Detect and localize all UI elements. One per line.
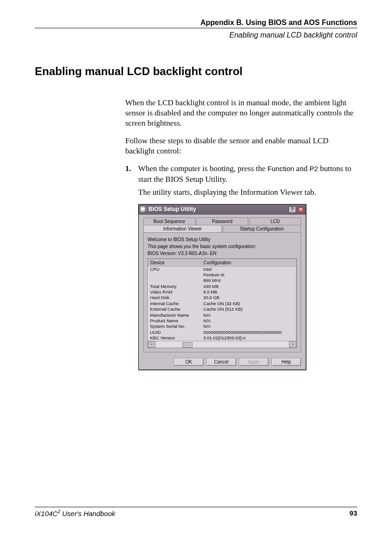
dialog-buttons: OK Cancel Apply Help bbox=[139, 355, 306, 370]
tab-startup-configuration[interactable]: Startup Configuration bbox=[223, 225, 301, 232]
scroll-left-button[interactable]: ‹ bbox=[148, 341, 155, 348]
help-button[interactable]: ? bbox=[289, 206, 296, 213]
tab-boot-sequence[interactable]: Boot Sequence bbox=[143, 217, 195, 225]
cell-config: Cache ON (512 KB) bbox=[201, 306, 296, 312]
section-title: Enabling manual LCD backlight control bbox=[35, 65, 357, 78]
step1-pre: When the computer is booting, press the bbox=[138, 164, 268, 173]
paragraph-2: Follow these steps to disable the sensor… bbox=[125, 136, 357, 156]
cell-device: External Cache bbox=[148, 306, 202, 312]
tab-pane: Welcome to BIOS Setup Utility This page … bbox=[143, 232, 301, 352]
cell-config: 3.01.01[012303-02]-n bbox=[201, 335, 296, 341]
cancel-button[interactable]: Cancel bbox=[206, 358, 236, 366]
step-number: 1. bbox=[125, 164, 138, 184]
cell-device: System Serial No. bbox=[148, 324, 202, 329]
horizontal-scrollbar[interactable]: ‹ › bbox=[148, 341, 296, 348]
cell-config: N/A bbox=[201, 313, 296, 318]
cell-device bbox=[148, 278, 202, 283]
window-title: BIOS Setup Utility bbox=[148, 206, 288, 213]
table-row: Video RAM8.0 MB bbox=[148, 289, 296, 295]
footer-book-post: User's Handbook bbox=[60, 510, 116, 517]
ok-button[interactable]: OK bbox=[174, 358, 204, 366]
table-row: 866 MHz bbox=[148, 278, 296, 283]
page-number: 93 bbox=[349, 509, 357, 517]
table-row: CPUIntel bbox=[148, 266, 296, 272]
table-row: External CacheCache ON (512 KB) bbox=[148, 306, 296, 312]
table-row: System Serial No.N/A bbox=[148, 324, 296, 329]
tab-information-viewer[interactable]: Information Viewer bbox=[143, 225, 222, 232]
cell-config: Intel bbox=[201, 266, 296, 272]
p2-key-label: P2 bbox=[309, 165, 318, 172]
page-header: Appendix B. Using BIOS and AOS Functions… bbox=[35, 19, 357, 39]
table-row: Hard Disk20.0 GB bbox=[148, 295, 296, 300]
cell-device: KBC Version bbox=[148, 335, 202, 341]
header-rule bbox=[35, 28, 357, 28]
footer-rule bbox=[35, 507, 357, 507]
table-row: Manufacturer NameN/A bbox=[148, 313, 296, 318]
cell-config: 00000000000000000000000000000000 bbox=[201, 330, 296, 335]
bios-window: BIOS Setup Utility ? ✕ Boot Sequence Pas… bbox=[138, 204, 306, 370]
table-row: Total Memory248 MB bbox=[148, 284, 296, 289]
cell-device: Total Memory bbox=[148, 284, 202, 289]
titlebar: BIOS Setup Utility ? ✕ bbox=[139, 204, 306, 215]
tab-lcd[interactable]: LCD bbox=[249, 217, 301, 225]
config-table: Device Configuration CPUIntelPentium III… bbox=[148, 259, 296, 341]
cell-device: UUID bbox=[148, 330, 202, 335]
cell-device bbox=[148, 272, 202, 278]
table-row: Pentium III bbox=[148, 272, 296, 278]
cell-config: Pentium III bbox=[201, 272, 296, 278]
paragraph-1: When the LCD backlight control is in man… bbox=[125, 98, 357, 128]
cell-device: Product Name bbox=[148, 318, 202, 324]
cell-config: N/A bbox=[201, 318, 296, 324]
welcome-line-3: BIOS Version: V3.3 R01-A1h- EN bbox=[148, 250, 297, 256]
step-1-follow: The utility starts, displaying the Infor… bbox=[138, 187, 357, 198]
table-row: UUID00000000000000000000000000000000 bbox=[148, 330, 296, 335]
col-config: Configuration bbox=[201, 259, 296, 266]
table-row: KBC Version3.01.01[012303-02]-n bbox=[148, 335, 296, 341]
cell-device: Manufacturer Name bbox=[148, 313, 202, 318]
app-icon bbox=[140, 206, 147, 213]
apply-button[interactable]: Apply bbox=[239, 358, 269, 366]
col-device: Device bbox=[148, 259, 202, 266]
cell-device: CPU bbox=[148, 266, 202, 272]
tabs-row-1: Boot Sequence Password LCD bbox=[139, 215, 306, 225]
close-button[interactable]: ✕ bbox=[297, 206, 304, 213]
cell-config: 8.0 MB bbox=[201, 289, 296, 295]
tabs-row-2: Information Viewer Startup Configuration bbox=[139, 225, 306, 232]
table-row: Product NameN/A bbox=[148, 318, 296, 324]
cell-device: Internal Cache bbox=[148, 301, 202, 306]
table-row: Internal CacheCache ON (32 KB) bbox=[148, 301, 296, 306]
footer-book-pre: iX104C bbox=[35, 510, 58, 517]
config-table-wrap: Device Configuration CPUIntelPentium III… bbox=[148, 258, 297, 348]
cell-config: N/A bbox=[201, 324, 296, 329]
fn-key-label: Function bbox=[268, 165, 295, 172]
cell-config: 866 MHz bbox=[201, 278, 296, 283]
welcome-line-2: This page shows you the basic system con… bbox=[148, 243, 297, 249]
cell-config: 20.0 GB bbox=[201, 295, 296, 300]
welcome-line-1: Welcome to BIOS Setup Utility bbox=[148, 236, 297, 242]
cell-device: Video RAM bbox=[148, 289, 202, 295]
tab-password[interactable]: Password bbox=[196, 217, 248, 225]
header-subtitle: Enabling manual LCD backlight control bbox=[35, 31, 357, 39]
scroll-thumb[interactable] bbox=[182, 342, 193, 348]
cell-config: 248 MB bbox=[201, 284, 296, 289]
page-footer: iX104C2 User's Handbook 93 bbox=[35, 503, 357, 517]
step-1: 1. When the computer is booting, press t… bbox=[125, 164, 357, 184]
body-content: When the LCD backlight control is in man… bbox=[125, 98, 357, 370]
scroll-track[interactable] bbox=[155, 342, 289, 347]
cell-device: Hard Disk bbox=[148, 295, 202, 300]
footer-book-title: iX104C2 User's Handbook bbox=[35, 509, 116, 517]
step1-mid: and bbox=[294, 164, 309, 173]
step-text: When the computer is booting, press the … bbox=[138, 164, 357, 184]
header-title: Appendix B. Using BIOS and AOS Functions bbox=[35, 19, 357, 27]
scroll-right-button[interactable]: › bbox=[289, 341, 296, 348]
cell-config: Cache ON (32 KB) bbox=[201, 301, 296, 306]
help-dialog-button[interactable]: Help bbox=[271, 358, 301, 366]
